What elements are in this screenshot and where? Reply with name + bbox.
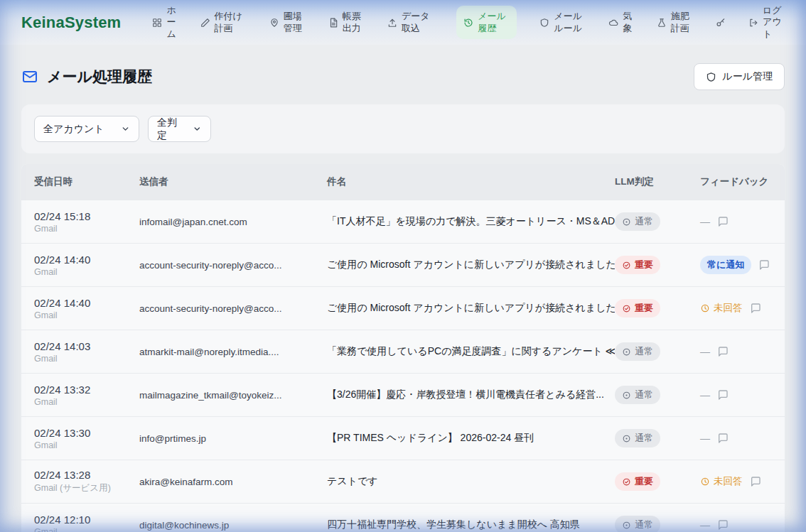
feedback-cell: — (700, 389, 785, 401)
no-feedback-dash: — (700, 389, 710, 401)
nav-item-label: メールルール (554, 11, 586, 34)
table-row[interactable]: 02/24 15:18 Gmail infomail@japan.cnet.co… (21, 200, 785, 243)
received-datetime: 02/24 12:10 (34, 514, 139, 526)
feedback-cell: 常に通知 (700, 256, 785, 274)
nav-item-label: 帳票出力 (343, 11, 365, 34)
rule-manage-label: ルール管理 (722, 70, 773, 83)
comment-icon[interactable] (758, 259, 770, 271)
account-label: Gmail (34, 527, 139, 532)
received-cell: 02/24 15:18 Gmail (34, 210, 139, 234)
key-icon (716, 18, 726, 28)
nav-item-logout[interactable]: ログアウト (748, 5, 785, 40)
received-cell: 02/24 13:28 Gmail (サービス用) (34, 469, 139, 494)
target-icon (622, 391, 631, 400)
verdict-cell: 通常 (615, 342, 700, 361)
feedback-always-notify-badge: 常に通知 (700, 256, 751, 274)
rule-manage-button[interactable]: ルール管理 (694, 63, 785, 90)
nav-item-label: 圃場管理 (284, 11, 306, 34)
received-cell: 02/24 13:32 Gmail (34, 384, 139, 407)
comment-icon[interactable] (717, 346, 729, 357)
sender-email: akira@keinafarm.com (139, 477, 327, 487)
received-datetime: 02/24 14:40 (34, 297, 139, 309)
subject-text: 「IT人材不足」を現場の力で解決。三菱オートリース・MS＆AD... (327, 215, 615, 228)
pencil-icon (200, 18, 210, 28)
nav-item-mail-rules[interactable]: メールルール (539, 11, 586, 34)
account-filter-select[interactable]: 全アカウント (34, 116, 139, 142)
nav-item-data-import[interactable]: データ取込 (387, 11, 434, 34)
shield-icon (539, 18, 549, 28)
llm-verdict-badge: 重要 (615, 472, 660, 491)
column-header-subject: 件名 (327, 175, 615, 188)
received-cell: 02/24 12:10 Gmail (34, 514, 139, 532)
comment-icon[interactable] (750, 303, 761, 314)
received-cell: 02/24 14:03 Gmail (34, 340, 139, 364)
no-feedback-dash: — (700, 346, 710, 357)
clock-icon (700, 477, 710, 487)
nav-item-field-management[interactable]: 圃場管理 (269, 11, 306, 34)
check-circle-icon (622, 261, 631, 270)
page-header: メール処理履歴 ルール管理 (21, 63, 785, 90)
table-row[interactable]: 02/24 13:28 Gmail (サービス用) akira@keinafar… (21, 460, 785, 503)
column-header-llm-verdict: LLM判定 (615, 175, 700, 188)
page-title: メール処理履歴 (47, 67, 152, 87)
account-filter-value: 全アカウント (43, 123, 104, 136)
comment-icon[interactable] (750, 476, 761, 487)
verdict-cell: 重要 (615, 256, 700, 274)
account-label: Gmail (サービス用) (34, 482, 139, 494)
subject-text: ご使用の Microsoft アカウントに新しいアプリが接続されました (327, 302, 615, 315)
verdict-cell: 通常 (615, 516, 700, 532)
received-datetime: 02/24 15:18 (34, 210, 139, 222)
nav-item-fertilizer-plan[interactable]: 施肥計画 (657, 11, 693, 34)
feedback-cell: 未回答 (700, 475, 785, 488)
nav-item-report-output[interactable]: 帳票出力 (328, 11, 365, 34)
comment-icon[interactable] (717, 519, 729, 531)
subject-text: 四万十福祉専門学校、学生募集しないまま開校へ 高知県 (327, 519, 615, 531)
nav-item-label: ホーム (166, 5, 177, 40)
subject-text: テストです (327, 475, 615, 488)
no-feedback-dash: — (700, 519, 710, 531)
cloud-icon (608, 18, 618, 28)
table-row[interactable]: 02/24 14:03 Gmail atmarkit-mail@noreply.… (21, 330, 785, 373)
table-row[interactable]: 02/24 12:10 Gmail digital@kochinews.jp 四… (21, 503, 785, 532)
table-row[interactable]: 02/24 14:40 Gmail account-security-norep… (21, 286, 785, 330)
nav-item-label: 作付け計画 (215, 11, 247, 34)
nav-item-mail-history[interactable]: メール履歴 (456, 6, 517, 39)
comment-icon[interactable] (717, 433, 729, 444)
received-datetime: 02/24 13:28 (34, 469, 139, 481)
brand-logo[interactable]: KeinaSystem (21, 13, 121, 32)
feedback-cell: — (700, 216, 785, 227)
column-header-feedback: フィードバック (700, 175, 785, 188)
subject-text: 【PR TIMES ヘッドライン】 2026-02-24 昼刊 (327, 432, 615, 445)
account-label: Gmail (34, 354, 139, 364)
nav-item-planting-plan[interactable]: 作付け計画 (200, 11, 247, 34)
nav-item-label: ログアウト (763, 5, 785, 40)
table-header-row: 受信日時 送信者 件名 LLM判定 フィードバック (21, 164, 785, 200)
sender-email: account-security-noreply@acco... (139, 303, 327, 314)
comment-icon[interactable] (717, 389, 729, 401)
map-pin-icon (269, 18, 279, 28)
target-icon (622, 521, 631, 530)
upload-icon (387, 18, 397, 28)
nav-item-label: データ取込 (402, 11, 434, 34)
target-icon (622, 434, 631, 443)
check-circle-icon (622, 304, 631, 313)
table-row[interactable]: 02/24 14:40 Gmail account-security-norep… (21, 243, 785, 286)
sender-email: account-security-noreply@acco... (139, 260, 327, 271)
account-label: Gmail (34, 267, 139, 277)
top-navigation: KeinaSystem ホーム作付け計画圃場管理帳票出力データ取込メール履歴メー… (0, 0, 806, 45)
table-row[interactable]: 02/24 13:30 Gmail info@prtimes.jp 【PR TI… (21, 416, 785, 460)
verdict-cell: 通常 (615, 429, 700, 447)
check-circle-icon (622, 477, 631, 487)
llm-verdict-badge: 通常 (615, 386, 660, 404)
comment-icon[interactable] (717, 216, 729, 227)
nav-item-home[interactable]: ホーム (152, 5, 177, 40)
received-datetime: 02/24 13:32 (34, 384, 139, 396)
verdict-filter-select[interactable]: 全判定 (148, 116, 211, 142)
table-row[interactable]: 02/24 13:32 Gmail mailmagazine_tkmail@to… (21, 373, 785, 416)
nav-item-label: メール履歴 (478, 11, 510, 34)
llm-verdict-badge: 重要 (615, 299, 660, 317)
received-cell: 02/24 14:40 Gmail (34, 254, 139, 277)
nav-item-weather[interactable]: 気象 (608, 11, 633, 34)
nav-item-key[interactable] (716, 18, 726, 28)
llm-verdict-badge: 通常 (615, 212, 660, 231)
